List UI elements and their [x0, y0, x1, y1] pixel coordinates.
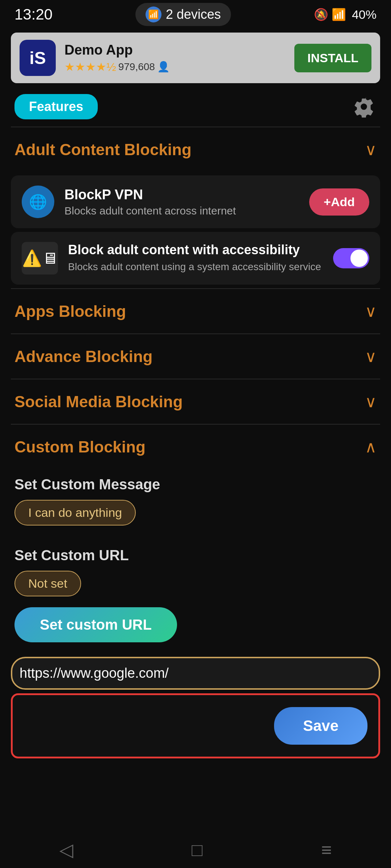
advance-chevron-icon: ∨ — [365, 347, 377, 366]
social-media-blocking-header[interactable]: Social Media Blocking ∨ — [0, 379, 391, 424]
status-right: 🔕 📶 40% — [314, 8, 377, 22]
vpn-icon: 🌐 — [22, 186, 54, 218]
gear-icon[interactable] — [351, 94, 377, 119]
ad-app-name: Demo App — [64, 42, 286, 58]
features-tab[interactable]: Features — [14, 94, 98, 119]
ad-rating: 979,608 — [118, 61, 155, 73]
accessibility-item: ⚠️🖥 Block adult content with accessibili… — [11, 232, 380, 285]
custom-url-value[interactable]: Not set — [14, 571, 81, 596]
custom-blocking-title: Custom Blocking — [14, 438, 146, 456]
nav-bar: ◁ □ ≡ — [0, 832, 391, 868]
toggle-knob — [350, 250, 368, 267]
accessibility-toggle[interactable] — [333, 248, 369, 268]
ad-info: Demo App ★★★★½ 979,608 👤 — [64, 42, 286, 74]
battery-text: 40% — [352, 8, 377, 22]
set-url-btn-container: Set custom URL — [0, 596, 391, 653]
home-icon[interactable]: □ — [192, 839, 202, 860]
devices-label: 2 devices — [166, 7, 221, 22]
accessibility-title: Block adult content with accessibility — [68, 242, 323, 258]
status-icons: 🔕 📶 — [314, 8, 346, 21]
accessibility-subtitle: Blocks adult content using a system acce… — [68, 260, 323, 274]
menu-icon[interactable]: ≡ — [321, 839, 332, 860]
accessibility-icon: ⚠️🖥 — [22, 242, 58, 275]
header-row: Features — [0, 87, 391, 127]
accessibility-text: Block adult content with accessibility B… — [68, 242, 323, 274]
url-input[interactable] — [20, 665, 371, 681]
ad-stars-row: ★★★★½ 979,608 👤 — [64, 60, 286, 74]
ad-banner: iS Demo App ★★★★½ 979,608 👤 INSTALL — [11, 33, 380, 83]
save-button[interactable]: Save — [274, 707, 367, 745]
custom-chevron-icon: ∧ — [365, 438, 377, 456]
vpn-subtitle: Blocks adult content across internet — [64, 205, 299, 217]
star-icon: ★★★★½ — [64, 60, 116, 74]
back-icon[interactable]: ◁ — [59, 839, 73, 860]
url-input-area — [11, 657, 380, 690]
status-devices: 📶 2 devices — [135, 3, 231, 26]
custom-blocking-header[interactable]: Custom Blocking ∧ — [0, 425, 391, 469]
apps-chevron-icon: ∨ — [365, 302, 377, 320]
custom-url-section: Set Custom URL Not set — [0, 540, 391, 596]
wifi-icon: 📶 — [146, 7, 161, 22]
adult-content-blocking-header[interactable]: Adult Content Blocking ∨ — [0, 127, 391, 172]
install-button[interactable]: INSTALL — [294, 44, 371, 72]
adult-chevron-icon: ∨ — [365, 140, 377, 159]
status-time: 13:20 — [14, 6, 52, 23]
social-media-blocking-title: Social Media Blocking — [14, 393, 183, 411]
save-area: Save — [11, 693, 380, 758]
vpn-title: BlockP VPN — [64, 187, 299, 203]
vpn-item: 🌐 BlockP VPN Blocks adult content across… — [11, 175, 380, 228]
adult-blocking-title: Adult Content Blocking — [14, 141, 192, 159]
custom-url-label: Set Custom URL — [14, 547, 377, 563]
custom-message-section: Set Custom Message I can do anything — [0, 469, 391, 540]
vpn-text: BlockP VPN Blocks adult content across i… — [64, 187, 299, 217]
set-custom-url-button[interactable]: Set custom URL — [14, 607, 177, 642]
add-vpn-button[interactable]: +Add — [309, 188, 369, 216]
custom-message-label: Set Custom Message — [14, 476, 377, 493]
status-bar: 13:20 📶 2 devices 🔕 📶 40% — [0, 0, 391, 29]
custom-message-value[interactable]: I can do anything — [14, 500, 136, 526]
ad-user-icon: 👤 — [157, 61, 170, 73]
ad-app-icon: iS — [20, 40, 56, 76]
advance-blocking-title: Advance Blocking — [14, 348, 152, 366]
apps-blocking-title: Apps Blocking — [14, 302, 126, 320]
advance-blocking-header[interactable]: Advance Blocking ∨ — [0, 334, 391, 379]
social-chevron-icon: ∨ — [365, 392, 377, 411]
apps-blocking-header[interactable]: Apps Blocking ∨ — [0, 289, 391, 333]
